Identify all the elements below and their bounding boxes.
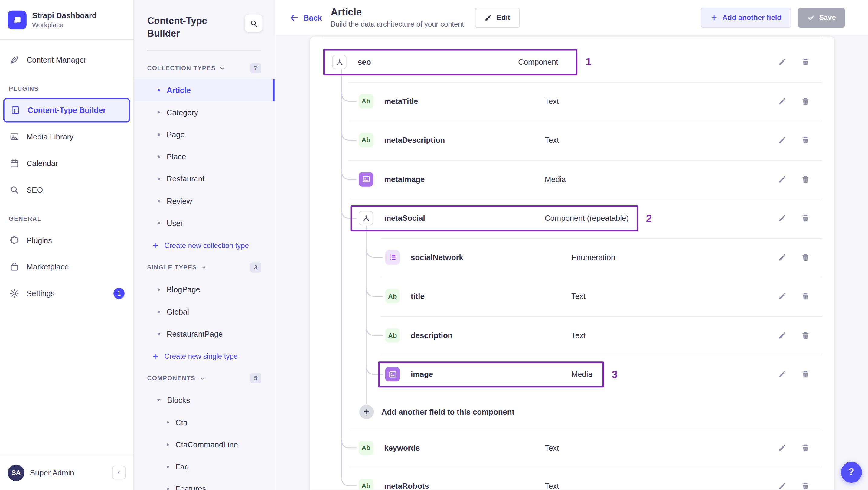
sidebar-item-settings[interactable]: Settings 1 (0, 280, 133, 307)
puzzle-icon (9, 235, 20, 246)
component-group-label: Blocks (167, 396, 190, 405)
search-button[interactable] (245, 14, 262, 32)
components-group-blocks[interactable]: Blocks (134, 389, 275, 411)
single-type-restaurantpage[interactable]: RestaurantPage (134, 323, 275, 345)
group-label: SINGLE TYPES (147, 264, 197, 271)
delete-field-button[interactable] (799, 368, 812, 381)
main-sidebar: Strapi Dashboard Workplace Content Manag… (0, 0, 134, 490)
section-label-general: GENERAL (0, 203, 133, 227)
collection-type-category[interactable]: Category (134, 101, 275, 123)
delete-field-button[interactable] (799, 251, 812, 264)
collection-types-group-header[interactable]: COLLECTION TYPES 7 (134, 57, 275, 79)
save-label: Save (819, 13, 836, 22)
sidebar-item-media-library[interactable]: Media Library (0, 123, 133, 150)
field-row-socialnetwork: socialNetwork Enumeration (310, 238, 834, 277)
collection-type-review[interactable]: Review (134, 190, 275, 212)
field-type: Text (571, 331, 586, 340)
save-button[interactable]: Save (798, 7, 845, 28)
strapi-logo-icon (8, 10, 27, 29)
single-type-blogpage[interactable]: BlogPage (134, 279, 275, 301)
back-link[interactable]: Back (289, 12, 322, 22)
edit-field-button[interactable] (775, 479, 789, 490)
create-collection-type-link[interactable]: Create new collection type (134, 234, 275, 256)
help-button[interactable]: ? (841, 462, 862, 483)
main-content: Back Article Build the data architecture… (275, 0, 868, 490)
topbar: Back Article Build the data architecture… (275, 0, 868, 35)
single-type-global[interactable]: Global (134, 301, 275, 323)
components-group-header[interactable]: COMPONENTS 5 (134, 367, 275, 389)
component-ctacommandline[interactable]: CtaCommandLine (134, 433, 275, 456)
delete-field-button[interactable] (799, 134, 812, 147)
text-field-icon: Ab (359, 479, 373, 490)
text-field-icon: Ab (385, 289, 400, 304)
content-type-builder-panel: Content-Type Builder COLLECTION TYPES 7 … (134, 0, 275, 490)
sidebar-item-plugins[interactable]: Plugins (0, 227, 133, 253)
collection-type-user[interactable]: User (134, 212, 275, 234)
collection-type-place[interactable]: Place (134, 146, 275, 167)
edit-field-button[interactable] (775, 329, 789, 342)
component-faq[interactable]: Faq (134, 456, 275, 478)
field-type: Media (545, 175, 566, 184)
collection-type-page[interactable]: Page (134, 123, 275, 146)
shopping-bag-icon (9, 261, 20, 273)
add-another-field-button[interactable]: Add another field (701, 7, 791, 28)
fields-content: seo Component Ab metaTitle Text (275, 35, 868, 490)
row-divider (381, 355, 822, 356)
plus-icon (152, 353, 159, 360)
field-rows: seo Component Ab metaTitle Text (310, 37, 834, 490)
edit-field-button[interactable] (775, 173, 789, 186)
collection-type-restaurant[interactable]: Restaurant (134, 168, 275, 190)
page-title: Article (331, 7, 464, 18)
field-row-metaimage: metaImage Media (310, 160, 834, 199)
delete-field-button[interactable] (799, 329, 812, 342)
collection-type-article[interactable]: Article (134, 79, 275, 101)
field-row-title: Ab title Text (310, 277, 834, 316)
field-row-image: image Media (310, 355, 834, 394)
back-label: Back (303, 13, 322, 22)
sidebar-item-marketplace[interactable]: Marketplace (0, 253, 133, 280)
component-cta[interactable]: Cta (134, 411, 275, 433)
sidebar-item-content-manager[interactable]: Content Manager (0, 47, 133, 73)
brand: Strapi Dashboard Workplace (0, 0, 133, 40)
delete-field-button[interactable] (799, 441, 812, 455)
component-field-icon (332, 55, 347, 69)
edit-field-button[interactable] (775, 368, 789, 381)
sidebar-item-seo[interactable]: SEO (0, 177, 133, 203)
edit-field-button[interactable] (775, 134, 789, 147)
component-features[interactable]: Features (134, 478, 275, 490)
delete-field-button[interactable] (799, 95, 812, 108)
delete-field-button[interactable] (799, 173, 812, 186)
search-icon (9, 184, 20, 196)
field-row-seo: seo Component (310, 43, 834, 82)
field-row-keywords: Ab keywords Text (310, 429, 834, 466)
chevron-down-icon (201, 264, 207, 270)
text-field-icon: Ab (359, 94, 373, 109)
panel-divider (147, 50, 261, 51)
annotation-number-2: 2 (646, 205, 659, 232)
delete-field-button[interactable] (799, 55, 812, 69)
edit-field-button[interactable] (775, 251, 789, 264)
field-type: Enumeration (571, 253, 615, 262)
gear-icon (9, 288, 20, 299)
single-types-group-header[interactable]: SINGLE TYPES 3 (134, 256, 275, 278)
delete-field-button[interactable] (799, 290, 812, 303)
add-field-to-component-button[interactable]: Add another field to this component (310, 394, 834, 429)
row-divider (381, 277, 822, 277)
edit-button[interactable]: Edit (475, 7, 520, 28)
pen-icon (9, 54, 20, 65)
sidebar-item-label: Marketplace (27, 263, 69, 271)
sidebar-item-calendar[interactable]: Calendar (0, 150, 133, 177)
group-label: COMPONENTS (147, 375, 195, 381)
edit-field-button[interactable] (775, 212, 789, 225)
delete-field-button[interactable] (799, 479, 812, 490)
edit-field-button[interactable] (775, 441, 789, 455)
edit-field-button[interactable] (775, 290, 789, 303)
edit-field-button[interactable] (775, 95, 789, 108)
delete-field-button[interactable] (799, 212, 812, 225)
plus-icon (710, 13, 718, 22)
collapse-sidebar-button[interactable] (112, 465, 126, 480)
create-single-type-link[interactable]: Create new single type (134, 345, 275, 367)
sidebar-item-content-type-builder[interactable]: Content-Type Builder (3, 98, 130, 123)
field-name: metaRobots (384, 481, 545, 490)
edit-field-button[interactable] (775, 55, 789, 69)
